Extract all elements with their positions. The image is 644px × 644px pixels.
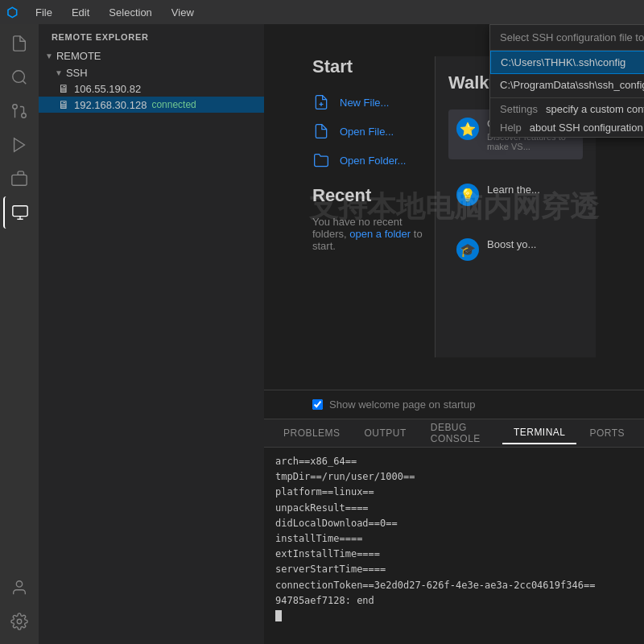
sidebar-ssh-section: ▼ SSH 🖥 106.55.190.82 🖥 192.168.30.128 c…: [39, 64, 264, 114]
open-folder-recent-link[interactable]: open a folder: [349, 228, 411, 240]
walkthrough-item-boost[interactable]: 🎓 Boost yo...: [448, 230, 583, 269]
svg-rect-6: [12, 175, 27, 185]
settings-label: Settings: [500, 103, 538, 115]
star-icon: ⭐: [456, 118, 479, 140]
open-folder-item[interactable]: Open Folder...: [312, 151, 435, 169]
tab-problems[interactable]: PROBLEMS: [272, 423, 352, 444]
walkthrough-item-learn[interactable]: 💡 Learn the...: [448, 175, 583, 214]
remote-label: REMOTE: [56, 50, 101, 62]
activity-remote-explorer[interactable]: [3, 196, 35, 229]
ssh-label: SSH: [66, 67, 88, 79]
help-label: Help: [500, 122, 522, 134]
chevron-down-icon-ssh: ▼: [55, 68, 63, 77]
start-title: Start: [312, 56, 435, 77]
svg-rect-7: [13, 206, 27, 217]
terminal-tabs: PROBLEMS OUTPUT DEBUG CONSOLE TERMINAL P…: [264, 419, 644, 448]
menu-edit[interactable]: Edit: [67, 5, 94, 20]
terminal-line-9: 94785aef7128: end: [275, 593, 633, 609]
terminal-cursor: [275, 610, 282, 621]
activity-source-control[interactable]: [3, 95, 35, 127]
terminal-content[interactable]: arch==x86_64== tmpDir==/run/user/1000== …: [264, 448, 644, 644]
bulb-icon: 💡: [456, 184, 479, 206]
sidebar: Remote Explorer ▼ REMOTE ▼ SSH 🖥 106.55.…: [39, 24, 264, 644]
terminal-line-1: tmpDir==/run/user/1000==: [275, 469, 633, 485]
terminal-line-3: unpackResult====: [275, 501, 633, 516]
vscode-logo: ⬡: [6, 5, 18, 20]
main-layout: Remote Explorer ▼ REMOTE ▼ SSH 🖥 106.55.…: [0, 24, 644, 644]
activity-account[interactable]: [3, 572, 35, 604]
monitor-icon: 🖥: [58, 82, 69, 95]
open-file-link[interactable]: Open File...: [340, 126, 394, 138]
tab-output[interactable]: OUTPUT: [353, 423, 418, 444]
activity-explorer[interactable]: [3, 27, 35, 60]
terminal-line-7: serverStartTime====: [275, 562, 633, 577]
tab-debug-console[interactable]: DEBUG CONSOLE: [419, 417, 501, 449]
menu-bar[interactable]: File Edit Selection View: [31, 5, 199, 20]
svg-point-10: [16, 581, 22, 587]
tab-terminal[interactable]: TERMINAL: [502, 422, 577, 444]
settings-desc: specify a custom configuration file: [546, 103, 644, 115]
svg-point-2: [22, 114, 27, 118]
startup-check-area: Show welcome page on startup: [264, 390, 644, 419]
activity-extensions[interactable]: [3, 163, 35, 195]
svg-line-1: [23, 80, 26, 84]
host2-label: 192.168.30.128: [74, 99, 147, 111]
welcome-left: Start New File...: [312, 56, 435, 357]
sidebar-remote-section: ▼ REMOTE ▼ SSH 🖥 106.55.190.82 🖥 192.168…: [39, 47, 264, 116]
svg-point-0: [13, 71, 25, 83]
terminal-line-8: connectionToken==3e2d0d27-626f-4e3e-ae3a…: [275, 578, 633, 593]
activity-settings[interactable]: [3, 605, 35, 638]
terminal-line-2: platform==linux==: [275, 485, 633, 500]
activity-search[interactable]: [3, 61, 35, 93]
activity-run[interactable]: [3, 129, 35, 161]
dropdown-settings[interactable]: Settings specify a custom configuration …: [490, 100, 644, 118]
new-file-link[interactable]: New File...: [340, 97, 389, 109]
terminal-line-5: installTime====: [275, 531, 633, 547]
connected-badge: connected: [151, 99, 196, 110]
terminal-cursor-line: [275, 609, 633, 624]
recent-section: Recent You have no recent folders, open …: [312, 185, 435, 252]
title-bar: ⬡ File Edit Selection View: [0, 0, 644, 24]
new-file-icon: [312, 93, 330, 111]
book-icon: 🎓: [456, 238, 479, 261]
recent-text-2: start.: [312, 240, 435, 252]
sidebar-item-host1[interactable]: 🖥 106.55.190.82: [39, 80, 264, 97]
terminal-line-4: didLocalDownload==0==: [275, 516, 633, 531]
menu-selection[interactable]: Selection: [104, 5, 156, 20]
open-folder-icon: [312, 151, 330, 169]
terminal-line-6: extInstallTime====: [275, 547, 633, 562]
open-folder-link[interactable]: Open Folder...: [340, 155, 406, 167]
recent-title: Recent: [312, 185, 435, 206]
tab-ports[interactable]: PORTS: [578, 423, 636, 444]
dropdown-item-program-config[interactable]: C:\ProgramData\ssh\ssh_config: [490, 74, 644, 96]
host1-label: 106.55.190.82: [74, 83, 141, 95]
dropdown-header: Select SSH configuration file to update: [490, 25, 644, 51]
menu-view[interactable]: View: [167, 5, 199, 20]
startup-label[interactable]: Show welcome page on startup: [329, 398, 475, 411]
activity-bar-bottom: [3, 572, 35, 644]
sidebar-ssh-header[interactable]: ▼ SSH: [39, 65, 264, 80]
new-file-item[interactable]: New File...: [312, 93, 435, 111]
terminal-panel: PROBLEMS OUTPUT DEBUG CONSOLE TERMINAL P…: [264, 419, 644, 644]
sidebar-header: Remote Explorer: [39, 24, 264, 47]
walkthrough-boost-text: Boost yo...: [487, 238, 536, 261]
editor-relative: Select SSH configuration file to update …: [264, 24, 644, 390]
sidebar-remote-header[interactable]: ▼ REMOTE: [39, 48, 264, 64]
activity-bar: [0, 24, 39, 644]
editor-area: Select SSH configuration file to update …: [264, 24, 644, 644]
menu-file[interactable]: File: [31, 5, 57, 20]
sidebar-item-host2[interactable]: 🖥 192.168.30.128 connected: [39, 97, 264, 113]
recent-text: You have no recent folders, open a folde…: [312, 216, 435, 240]
ssh-config-dropdown[interactable]: Select SSH configuration file to update …: [489, 24, 644, 138]
dropdown-divider: [490, 97, 644, 98]
svg-marker-5: [14, 138, 25, 152]
svg-point-3: [13, 105, 18, 109]
startup-checkbox[interactable]: [312, 399, 323, 410]
help-desc: about SSH configuration files: [530, 122, 644, 134]
dropdown-help[interactable]: Help about SSH configuration files: [490, 118, 644, 137]
svg-point-11: [17, 619, 22, 624]
open-file-item[interactable]: Open File...: [312, 122, 435, 140]
learn-label: Learn the...: [487, 184, 540, 196]
open-file-icon: [312, 122, 330, 140]
dropdown-item-user-config[interactable]: C:\Users\THHK\.ssh\config: [490, 51, 644, 74]
